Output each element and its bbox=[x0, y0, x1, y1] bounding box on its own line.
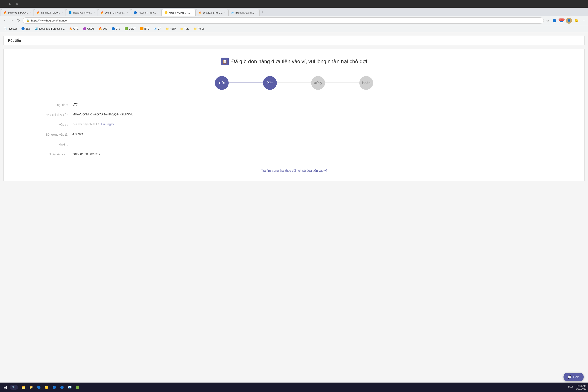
profile-avatar[interactable]: 👤 bbox=[566, 18, 572, 24]
step-xet: Xét bbox=[263, 76, 277, 90]
bookmark-ideas-label: Ideas and Forecasts... bbox=[39, 27, 65, 30]
taskbar-app-telegram[interactable]: 📧 bbox=[66, 384, 73, 391]
tab-3-close[interactable]: ✕ bbox=[93, 12, 95, 14]
bookmark-97d[interactable]: 🔵 97d bbox=[110, 26, 122, 31]
step-xu-ly-label: Xử lý bbox=[314, 81, 322, 85]
vao-vi-value: Địa chỉ này chưa lưu Lưu ngay bbox=[72, 122, 558, 126]
bookmark-tuts[interactable]: 📁 Tuts bbox=[178, 26, 191, 31]
card-title-icon: 📋 bbox=[221, 58, 229, 65]
tab-4-title: sell BTC | Huob... bbox=[105, 11, 125, 14]
tab-8-close[interactable]: ✕ bbox=[255, 12, 257, 14]
extension-1-icon[interactable]: 🔵 bbox=[552, 18, 557, 23]
step-xet-label: Xét bbox=[267, 81, 273, 85]
taskbar-app-yellow[interactable]: 🟡 bbox=[43, 384, 50, 391]
bookmark-808[interactable]: 🔥 808 bbox=[97, 26, 109, 31]
bookmarks-bar: 📄 Investor 🔵 Zalo 🌊 Ideas and Forecasts.… bbox=[0, 25, 588, 32]
card-title-text: Đã gửi đơn hàng đưa tiền vào ví, vui lòn… bbox=[231, 58, 367, 64]
bookmark-zalo[interactable]: 🔵 Zalo bbox=[20, 26, 32, 31]
help-button[interactable]: 💬 Help bbox=[564, 373, 584, 381]
taskbar-app-chrome[interactable]: 🔵 bbox=[35, 384, 42, 391]
tab-1-close[interactable]: ✕ bbox=[29, 12, 31, 14]
forward-button[interactable]: → bbox=[10, 18, 14, 24]
bookmark-ideas[interactable]: 🌊 Ideas and Forecasts... bbox=[33, 26, 66, 31]
url-bar[interactable]: 🔒 https://www.hbg.com/finance bbox=[22, 18, 544, 24]
luu-ngay-link[interactable]: Lưu ngay bbox=[101, 122, 114, 126]
tab-2-close[interactable]: ✕ bbox=[61, 12, 63, 14]
taskbar-app-game[interactable]: 🟩 bbox=[74, 384, 81, 391]
emoji-icon[interactable]: 🙂 bbox=[574, 18, 579, 23]
bookmark-2f[interactable]: 📧 2F bbox=[152, 26, 163, 31]
bookmark-forex-icon: 📁 bbox=[194, 27, 197, 30]
tab-5[interactable]: 🔵 Tutorial - (Tuy... ✕ bbox=[131, 9, 162, 16]
top-section: Rút tiền bbox=[4, 36, 584, 45]
tab-5-title: Tutorial - (Tuy... bbox=[138, 11, 156, 14]
tab-1[interactable]: 🔥 8675.95 BTC/U... ✕ bbox=[1, 9, 34, 16]
bookmark-usdt2-label: USDT bbox=[129, 27, 136, 30]
main-card: 📋 Đã gửi đơn hàng đưa tiền vào ví, vui l… bbox=[4, 49, 584, 181]
extensions-area: 🔵 bbox=[552, 19, 557, 22]
bookmark-97d-label: 97d bbox=[116, 27, 120, 30]
taskbar-app-app3[interactable]: 🔵 bbox=[51, 384, 58, 391]
taskbar-app-files[interactable]: 🗂️ bbox=[20, 384, 27, 391]
bookmark-investor[interactable]: 📄 Investor bbox=[2, 26, 19, 31]
tab-7[interactable]: 🔥 269.32 | ETH/U... ✕ bbox=[196, 9, 228, 16]
maximize-button[interactable]: ☐ bbox=[8, 2, 13, 6]
taskbar-app-folder[interactable]: 📁 bbox=[28, 384, 34, 391]
taskbar-search[interactable]: 🔍 bbox=[10, 385, 18, 390]
bookmark-usdt2[interactable]: 🟩 USDT bbox=[123, 26, 138, 31]
tab-5-close[interactable]: ✕ bbox=[157, 12, 159, 14]
vao-vi-label: vào ví: bbox=[30, 122, 72, 126]
tab-7-close[interactable]: ✕ bbox=[224, 12, 226, 14]
history-link[interactable]: Tra tìm trạng thái theo dõi lịch sử đưa … bbox=[261, 169, 327, 172]
tab-3-icon: 📘 bbox=[68, 11, 72, 14]
refresh-button[interactable]: ↻ bbox=[16, 18, 21, 24]
tab-3[interactable]: 📘 Trade Coin Vie... ✕ bbox=[66, 9, 98, 16]
bookmark-btc-icon: 🟧 bbox=[140, 27, 144, 30]
bookmark-hyip-icon: 📁 bbox=[166, 27, 169, 30]
start-button[interactable]: ⊞ bbox=[2, 384, 9, 391]
url-text: https://www.hbg.com/finance bbox=[31, 19, 66, 22]
bookmark-investor-label: Investor bbox=[8, 27, 17, 30]
bookmark-808-icon: 🔥 bbox=[99, 27, 102, 30]
taskbar-date-value: 5/29/2019 bbox=[576, 388, 586, 390]
bookmark-otc[interactable]: 🔥 OTC bbox=[67, 26, 80, 31]
new-tab-button[interactable]: + bbox=[260, 9, 265, 14]
tab-6-close[interactable]: ✕ bbox=[191, 12, 193, 14]
info-section: Loại tiền: LTC Địa chỉ đưa tiền MHuVqQNd… bbox=[16, 103, 572, 156]
khoan-row: khoản: bbox=[30, 142, 558, 146]
bookmark-forex[interactable]: 📁 Forex bbox=[192, 26, 206, 31]
progress-steps: Gửi Xét Xử lý bbox=[16, 76, 572, 90]
taskbar: ⊞ 🔍 🗂️ 📁 🔵 🟡 🔵 🔵 📧 🟩 ENG 8:53 AM 5/29/20… bbox=[0, 382, 588, 392]
tab-1-title: 8675.95 BTC/U... bbox=[8, 11, 28, 14]
tab-4-icon: 🔥 bbox=[100, 11, 104, 14]
step-gui-circle: Gửi bbox=[215, 76, 229, 90]
close-button[interactable]: ✕ bbox=[14, 2, 19, 6]
khoan-label: khoản: bbox=[30, 142, 72, 146]
bookmark-btc-label: BTC bbox=[144, 27, 150, 30]
tab-2-icon: 🔥 bbox=[36, 11, 40, 14]
taskbar-app-skype[interactable]: 🔵 bbox=[58, 384, 65, 391]
tab-6[interactable]: 🟡 FIRST FOREX T... ✕ bbox=[162, 9, 196, 16]
bookmark-hyip[interactable]: 📁 HYIP bbox=[164, 26, 178, 31]
minimize-button[interactable]: ─ bbox=[2, 2, 6, 6]
back-button[interactable]: ← bbox=[2, 18, 8, 24]
taskbar-time: 8:53 AM 5/29/2019 bbox=[576, 384, 586, 390]
bookmark-btc[interactable]: 🟧 BTC bbox=[138, 26, 151, 31]
tab-7-icon: 🔥 bbox=[198, 11, 201, 14]
bookmark-usdt1[interactable]: 🟣 USDT bbox=[81, 26, 96, 31]
ngay-yeu-cau-row: Ngày yêu cầu: 2019-05-29 08:53:17 bbox=[30, 152, 558, 156]
tab-4[interactable]: 🔥 sell BTC | Huob... ✕ bbox=[98, 9, 131, 16]
menu-icon[interactable]: ⋯ bbox=[581, 18, 586, 23]
search-icon: 🔍 bbox=[12, 386, 16, 389]
tab-4-close[interactable]: ✕ bbox=[126, 12, 128, 14]
tab-8-title: [Huobi] Xác m... bbox=[236, 11, 254, 14]
tab-8[interactable]: 📧 [Huobi] Xác m... ✕ bbox=[228, 9, 260, 16]
bookmark-zalo-icon: 🔵 bbox=[21, 27, 25, 30]
tab-2-title: Tài khoản giao... bbox=[41, 11, 60, 14]
tab-2[interactable]: 🔥 Tài khoản giao... ✕ bbox=[34, 9, 66, 16]
tab-1-icon: 🔥 bbox=[4, 11, 7, 14]
bookmark-star-icon[interactable]: ☆ bbox=[546, 18, 550, 23]
window-controls[interactable]: ─ ☐ ✕ bbox=[2, 2, 19, 6]
card-title: 📋 Đã gửi đơn hàng đưa tiền vào ví, vui l… bbox=[16, 58, 572, 65]
taskbar-time-value: 8:53 AM bbox=[576, 384, 586, 388]
